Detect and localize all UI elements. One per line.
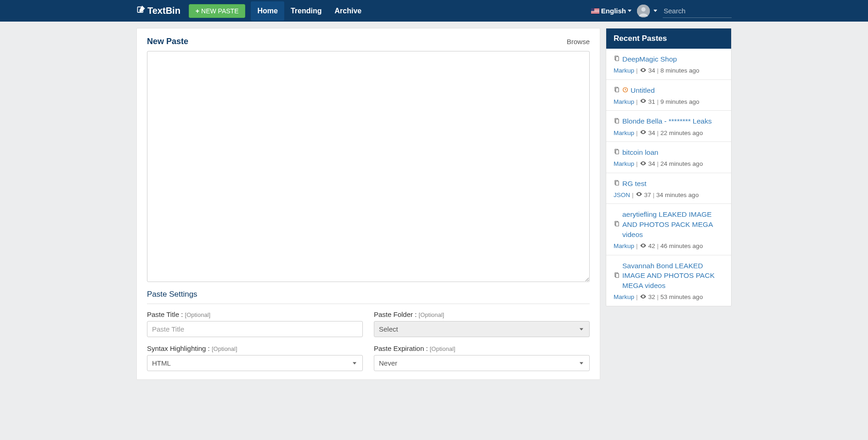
recent-paste-link[interactable]: DeepMagic Shop	[622, 54, 677, 64]
svg-rect-23	[616, 273, 619, 277]
avatar-icon	[637, 5, 650, 17]
recent-paste-link[interactable]: Untitled	[631, 85, 655, 96]
user-menu[interactable]	[637, 5, 657, 17]
settings-title: Paste Settings	[147, 290, 590, 299]
document-icon	[614, 118, 620, 125]
paste-folder-select[interactable]: Select	[374, 321, 590, 337]
recent-paste-meta: Markup | 32 | 53 minutes ago	[614, 293, 724, 301]
recent-paste-link[interactable]: bitcoin loan	[622, 147, 658, 158]
svg-point-24	[643, 296, 644, 297]
recent-paste-meta: Markup | 31 | 9 minutes ago	[614, 97, 724, 106]
language-label: English	[601, 7, 626, 15]
syntax-select[interactable]: HTML	[147, 355, 363, 371]
recent-paste-meta: Markup | 34 | 22 minutes ago	[614, 129, 724, 137]
svg-rect-11	[616, 119, 619, 123]
recent-paste-link[interactable]: Blonde Bella - ******** Leaks	[622, 116, 712, 126]
language-selector[interactable]: English	[591, 7, 631, 15]
recent-paste-views: 42	[648, 243, 655, 249]
eye-icon	[636, 191, 643, 199]
new-paste-panel: New Paste Browse Paste Settings Paste Ti…	[136, 28, 600, 380]
clock-icon	[622, 87, 628, 94]
recent-paste-views: 32	[648, 293, 655, 300]
brand-logo[interactable]: TextBin	[136, 5, 180, 17]
eye-icon	[640, 67, 647, 75]
recent-paste-meta: JSON | 37 | 34 minutes ago	[614, 191, 724, 199]
paste-folder-label: Paste Folder : [Optional]	[374, 310, 590, 318]
recent-paste-views: 34	[648, 160, 655, 167]
recent-paste-views: 34	[648, 130, 655, 136]
nav-link-trending[interactable]: Trending	[284, 1, 328, 21]
eye-icon	[640, 129, 647, 137]
svg-point-2	[641, 7, 645, 11]
recent-paste-lang[interactable]: Markup	[614, 160, 634, 167]
expiration-label: Paste Expiration : [Optional]	[374, 344, 590, 352]
recent-paste-time: 22 minutes ago	[660, 130, 703, 136]
search-input[interactable]	[663, 4, 732, 18]
recent-paste-time: 24 minutes ago	[660, 160, 703, 167]
new-paste-button[interactable]: + NEW PASTE	[189, 4, 246, 18]
svg-rect-17	[616, 181, 619, 186]
recent-paste-lang[interactable]: Markup	[614, 130, 634, 136]
recent-paste-lang[interactable]: Markup	[614, 293, 634, 300]
svg-point-9	[643, 101, 644, 102]
nav-link-archive[interactable]: Archive	[328, 1, 368, 21]
top-navbar: TextBin + NEW PASTE HomeTrendingArchive …	[0, 0, 868, 22]
eye-icon	[640, 293, 647, 301]
paste-content-textarea[interactable]	[147, 51, 590, 282]
recent-pastes-panel: Recent Pastes DeepMagic ShopMarkup | 34 …	[606, 28, 732, 306]
browse-link[interactable]: Browse	[567, 38, 590, 45]
recent-paste-time: 53 minutes ago	[660, 293, 703, 300]
svg-point-12	[643, 131, 644, 133]
recent-paste-item: RG testJSON | 37 | 34 minutes ago	[606, 173, 731, 204]
document-icon	[614, 220, 620, 228]
chevron-down-icon	[654, 10, 657, 12]
svg-rect-14	[616, 150, 619, 154]
recent-paste-meta: Markup | 42 | 46 minutes ago	[614, 242, 724, 250]
plus-icon: +	[196, 7, 199, 15]
recent-paste-lang[interactable]: Markup	[614, 67, 634, 74]
recent-paste-lang[interactable]: JSON	[614, 192, 630, 198]
svg-point-15	[643, 163, 644, 164]
recent-paste-item: Blonde Bella - ******** LeaksMarkup | 34…	[606, 110, 731, 141]
brand-text: TextBin	[147, 6, 180, 16]
recent-paste-link[interactable]: RG test	[622, 179, 647, 189]
nav-links: HomeTrendingArchive	[251, 1, 368, 21]
recent-paste-time: 46 minutes ago	[660, 243, 703, 249]
document-icon	[614, 55, 620, 63]
eye-icon	[640, 242, 647, 250]
recent-paste-link[interactable]: aerytiefling LEAKED IMAGE AND PHOTOS PAC…	[622, 209, 724, 239]
document-icon	[614, 272, 620, 280]
flag-us-icon	[591, 8, 599, 14]
eye-icon	[640, 97, 647, 106]
recent-paste-item: bitcoin loanMarkup | 34 | 24 minutes ago	[606, 141, 731, 173]
svg-point-21	[643, 245, 644, 246]
recent-paste-views: 37	[644, 192, 651, 198]
svg-point-18	[638, 194, 640, 195]
document-icon	[614, 180, 620, 187]
recent-paste-lang[interactable]: Markup	[614, 98, 634, 105]
recent-paste-item: Savannah Bond LEAKED IMAGE AND PHOTOS PA…	[606, 255, 731, 306]
new-paste-label: NEW PASTE	[201, 7, 238, 15]
recent-paste-views: 31	[648, 98, 655, 105]
recent-paste-time: 8 minutes ago	[660, 67, 699, 74]
recent-paste-lang[interactable]: Markup	[614, 243, 634, 249]
recent-paste-item: DeepMagic ShopMarkup | 34 | 8 minutes ag…	[606, 49, 731, 79]
expiration-select[interactable]: Never	[374, 355, 590, 371]
chevron-down-icon	[628, 10, 631, 12]
svg-rect-4	[616, 57, 619, 61]
recent-paste-views: 34	[648, 67, 655, 74]
recent-paste-time: 34 minutes ago	[656, 192, 699, 198]
nav-link-home[interactable]: Home	[251, 1, 284, 21]
recent-paste-meta: Markup | 34 | 8 minutes ago	[614, 67, 724, 75]
paste-title-label: Paste Title : [Optional]	[147, 310, 363, 318]
recent-paste-item: aerytiefling LEAKED IMAGE AND PHOTOS PAC…	[606, 203, 731, 254]
recent-pastes-title: Recent Pastes	[606, 28, 731, 49]
pencil-square-icon	[136, 5, 146, 17]
eye-icon	[640, 160, 647, 168]
paste-title-input[interactable]	[147, 321, 363, 337]
recent-paste-link[interactable]: Savannah Bond LEAKED IMAGE AND PHOTOS PA…	[622, 261, 724, 291]
recent-paste-time: 9 minutes ago	[660, 98, 699, 105]
recent-pastes-list: DeepMagic ShopMarkup | 34 | 8 minutes ag…	[606, 49, 731, 306]
page-title: New Paste	[147, 37, 188, 46]
document-icon	[614, 86, 620, 94]
